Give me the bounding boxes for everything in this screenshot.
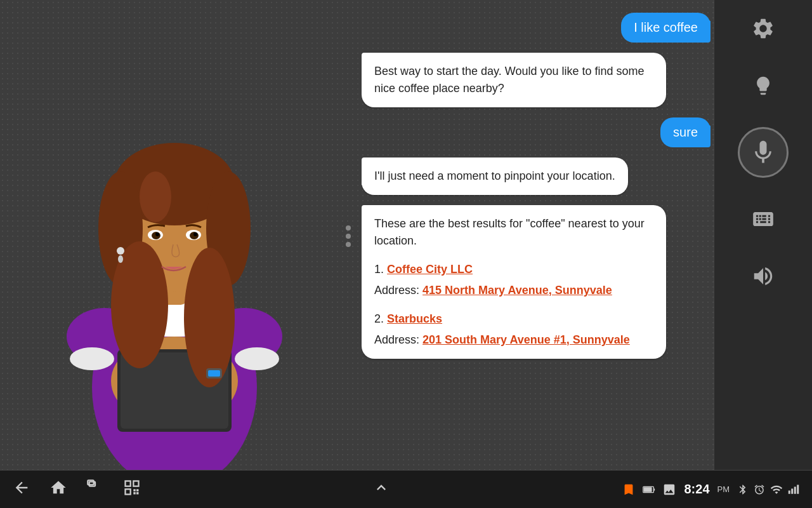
svg-rect-35	[136, 492, 139, 495]
assistant-bubble-2: I'll just need a moment to pinpoint your…	[362, 157, 628, 195]
svg-point-23	[117, 247, 124, 255]
battery-indicator-icon	[642, 483, 656, 497]
dots-indicator	[346, 225, 351, 247]
svg-rect-29	[126, 481, 131, 486]
back-button[interactable]	[13, 479, 30, 500]
avatar-figure	[29, 6, 320, 483]
result-1-line: 1. Coffee City LLC	[374, 261, 653, 278]
svg-rect-41	[794, 486, 796, 493]
svg-point-16	[140, 171, 171, 222]
svg-rect-33	[136, 489, 139, 491]
user-bubble-2: sure	[660, 117, 710, 147]
svg-point-21	[155, 232, 159, 236]
recents-button[interactable]	[86, 479, 104, 500]
avatar-area	[0, 0, 349, 483]
svg-rect-42	[797, 485, 799, 493]
svg-rect-37	[654, 488, 655, 491]
starbucks-link[interactable]: Starbucks	[387, 312, 442, 325]
result-2-address: Address: 201 South Mary Avenue #1, Sunny…	[374, 331, 653, 349]
svg-point-22	[193, 232, 197, 236]
svg-point-5	[235, 347, 279, 370]
lightbulb-icon[interactable]	[747, 70, 779, 102]
assistant-message-1-text: Best way to start the day. Would you lik…	[374, 65, 645, 95]
image-icon	[662, 483, 676, 497]
assistant-bubble-3: These are the best results for "coffee" …	[362, 205, 666, 359]
chat-area: I like coffee Best way to start the day.…	[362, 6, 710, 470]
svg-rect-26	[208, 370, 220, 377]
right-sidebar	[714, 0, 812, 483]
wifi-icon	[770, 483, 783, 496]
user-message-2-text: sure	[673, 125, 698, 139]
coffee-city-link[interactable]: Coffee City LLC	[387, 263, 473, 276]
svg-point-15	[184, 248, 235, 387]
result-2-line: 2. Starbucks	[374, 311, 653, 328]
svg-rect-38	[644, 487, 652, 491]
system-status-icons	[737, 483, 799, 496]
bluetooth-icon	[737, 484, 749, 495]
assistant-message-2-text: I'll just need a moment to pinpoint your…	[374, 170, 615, 182]
svg-rect-31	[126, 489, 131, 494]
svg-rect-32	[133, 489, 136, 491]
bottom-navigation-bar: 8:24 PM	[0, 470, 812, 508]
svg-rect-39	[789, 490, 790, 493]
results-intro: These are the best results for "coffee" …	[374, 215, 653, 250]
svg-rect-34	[133, 492, 136, 495]
microphone-button[interactable]	[738, 127, 789, 178]
home-button[interactable]	[49, 479, 67, 500]
svg-rect-40	[791, 488, 793, 493]
result-1-address: Address: 415 North Mary Avenue, Sunnyval…	[374, 282, 653, 299]
keyboard-icon[interactable]	[747, 203, 779, 235]
coffee-city-address-link[interactable]: 415 North Mary Avenue, Sunnyvale	[422, 284, 612, 297]
svg-point-4	[70, 347, 114, 370]
user-message-1-text: I like coffee	[634, 20, 698, 34]
user-bubble-1: I like coffee	[621, 13, 710, 43]
alarm-icon	[754, 484, 765, 495]
up-button[interactable]	[372, 479, 390, 500]
starbucks-address-link[interactable]: 201 South Mary Avenue #1, Sunnyvale	[422, 333, 630, 346]
signal-icon	[788, 484, 799, 495]
clock-ampm: PM	[717, 485, 730, 494]
assistant-bubble-1: Best way to start the day. Would you lik…	[362, 53, 666, 107]
nav-icons-left	[13, 479, 141, 500]
notification-icons	[622, 483, 676, 497]
status-bar: 8:24 PM	[622, 482, 799, 497]
svg-point-24	[118, 255, 123, 263]
svg-rect-30	[133, 481, 138, 486]
settings-icon[interactable]	[747, 13, 779, 44]
grid-button[interactable]	[123, 479, 141, 500]
volume-icon[interactable]	[747, 260, 779, 292]
bookmark-icon	[622, 483, 636, 497]
clock-time: 8:24	[684, 482, 709, 497]
